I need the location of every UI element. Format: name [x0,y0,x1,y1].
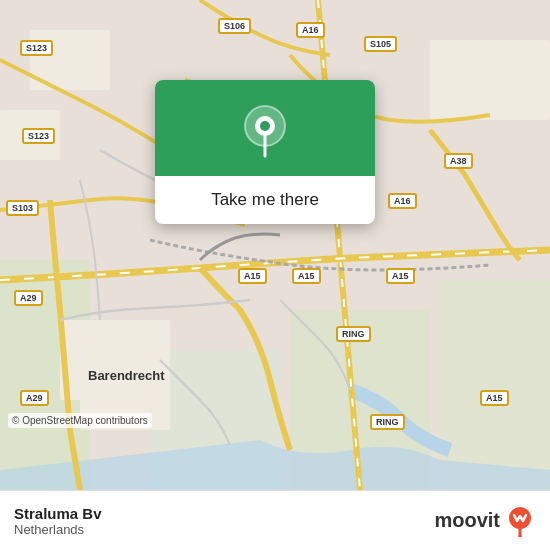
road-badge-a15-1: A15 [238,268,267,284]
copyright-text: © OpenStreetMap contributors [8,413,152,428]
road-badge-a15-4: A15 [480,390,509,406]
popup-button-section[interactable]: Take me there [155,176,375,224]
svg-point-14 [260,121,270,131]
svg-rect-3 [440,280,550,490]
moovit-text: moovit [434,509,500,532]
road-badge-ring-2: RING [370,414,405,430]
road-badge-a29-1: A29 [14,290,43,306]
pin-icon [243,104,287,158]
road-badge-s123-2: S123 [22,128,55,144]
moovit-logo: moovit [434,505,536,537]
road-badge-a16-1: A16 [296,22,325,38]
company-country: Netherlands [14,522,102,537]
moovit-icon-svg [504,505,536,537]
road-badge-ring-1: RING [336,326,371,342]
map-container[interactable]: S106 S123 S123 S126 S105 S105 A16 A16 A3… [0,0,550,490]
barendrecht-label: Barendrecht [88,368,165,383]
road-badge-a16-2: A16 [388,193,417,209]
road-badge-s105-2: S105 [364,36,397,52]
popup-green-section [155,80,375,176]
road-badge-a38: A38 [444,153,473,169]
road-badge-s103: S103 [6,200,39,216]
road-badge-a15-2: A15 [292,268,321,284]
road-badge-s106: S106 [218,18,251,34]
road-badge-a15-3: A15 [386,268,415,284]
company-info: Straluma Bv Netherlands [14,505,102,537]
road-badge-s123-1: S123 [20,40,53,56]
popup-card: Take me there [155,80,375,224]
take-me-there-button[interactable]: Take me there [211,190,319,210]
road-badge-a29-2: A29 [20,390,49,406]
company-name: Straluma Bv [14,505,102,522]
svg-rect-7 [430,40,550,120]
bottom-bar: Straluma Bv Netherlands moovit [0,490,550,550]
app: S106 S123 S123 S126 S105 S105 A16 A16 A3… [0,0,550,550]
